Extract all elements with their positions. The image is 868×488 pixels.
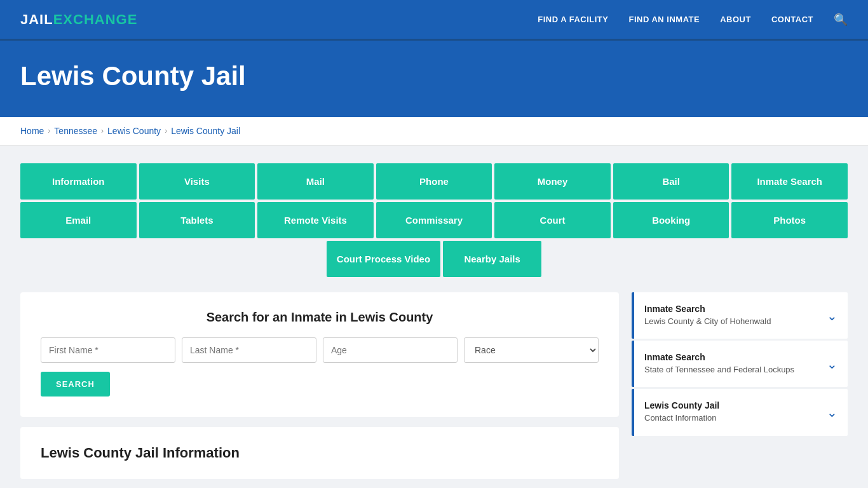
chevron-down-icon-inmate-search-local: ⌄ (827, 308, 837, 323)
breadcrumb-tennessee[interactable]: Tennessee (54, 126, 97, 136)
sidebar-item-inmate-search-local[interactable]: Inmate Search Lewis County & City of Hoh… (632, 292, 848, 339)
grid-btn-row3-1[interactable]: Nearby Jails (443, 241, 541, 277)
last-name-input[interactable] (182, 337, 316, 363)
sidebar-item-text-inmate-search-local: Inmate Search Lewis County & City of Hoh… (644, 304, 771, 327)
grid-btn-row2-3[interactable]: Commissary (376, 202, 492, 238)
first-name-input[interactable] (41, 337, 175, 363)
grid-btn-row2-0[interactable]: Email (20, 202, 137, 238)
grid-btn-row3-0[interactable]: Court Process Video (327, 241, 440, 277)
search-button[interactable]: SEARCH (41, 372, 110, 396)
sidebar-item-text-inmate-search-state: Inmate Search State of Tennessee and Fed… (644, 352, 794, 376)
sidebar-item-title-contact-info: Lewis County Jail (644, 400, 719, 410)
sidebar-item-subtitle-inmate-search-state: State of Tennessee and Federal Lockups (644, 364, 794, 376)
sidebar-item-title-inmate-search-state: Inmate Search (644, 352, 794, 362)
nav-find-facility[interactable]: FIND A FACILITY (538, 15, 608, 24)
right-column: Inmate Search Lewis County & City of Hoh… (632, 292, 848, 438)
left-column: Search for an Inmate in Lewis County Rac… (20, 292, 619, 479)
chevron-down-icon-contact-info: ⌄ (827, 405, 837, 420)
search-title: Search for an Inmate in Lewis County (41, 310, 599, 325)
search-icon[interactable]: 🔍 (834, 13, 848, 27)
nav-about[interactable]: ABOUT (720, 15, 751, 24)
sidebar-item-subtitle-inmate-search-local: Lewis County & City of Hohenwald (644, 316, 771, 327)
grid-btn-row1-4[interactable]: Money (494, 163, 611, 200)
content-layout: Search for an Inmate in Lewis County Rac… (20, 292, 848, 479)
logo-exchange: EXCHANGE (53, 11, 138, 28)
grid-btn-row1-5[interactable]: Bail (613, 163, 729, 200)
search-card: Search for an Inmate in Lewis County Rac… (20, 292, 619, 417)
chevron-down-icon-inmate-search-state: ⌄ (827, 356, 837, 372)
info-title: Lewis County Jail Information (41, 445, 599, 461)
grid-btn-row1-1[interactable]: Visits (139, 163, 255, 200)
info-card: Lewis County Jail Information (20, 427, 619, 479)
sidebar-item-inmate-search-state[interactable]: Inmate Search State of Tennessee and Fed… (632, 341, 848, 387)
breadcrumb: Home › Tennessee › Lewis County › Lewis … (0, 117, 868, 146)
age-input[interactable] (323, 337, 458, 363)
logo-jail: JAIL (20, 11, 53, 28)
sidebar-item-text-contact-info: Lewis County Jail Contact Information (644, 400, 719, 424)
nav-links: FIND A FACILITY FIND AN INMATE ABOUT CON… (538, 13, 848, 27)
grid-row-3: Court Process VideoNearby Jails (20, 241, 848, 277)
race-select[interactable]: RaceWhiteBlackHispanicAsianNative Americ… (464, 337, 599, 363)
grid-btn-row2-4[interactable]: Court (494, 202, 611, 238)
grid-row-1: InformationVisitsMailPhoneMoneyBailInmat… (20, 163, 848, 200)
breadcrumb-home[interactable]: Home (20, 126, 44, 136)
sidebar-item-title-inmate-search-local: Inmate Search (644, 304, 771, 314)
grid-btn-row1-6[interactable]: Inmate Search (731, 163, 848, 200)
main-content: InformationVisitsMailPhoneMoneyBailInmat… (0, 146, 868, 488)
hero-section: Lewis County Jail (0, 41, 868, 117)
grid-btn-row2-5[interactable]: Booking (613, 202, 729, 238)
search-fields: RaceWhiteBlackHispanicAsianNative Americ… (41, 337, 599, 363)
sidebar-item-contact-info[interactable]: Lewis County Jail Contact Information ⌄ (632, 389, 848, 435)
grid-btn-row2-6[interactable]: Photos (731, 202, 848, 238)
grid-btn-row1-2[interactable]: Mail (257, 163, 374, 200)
grid-row-2: EmailTabletsRemote VisitsCommissaryCourt… (20, 202, 848, 238)
grid-btn-row2-2[interactable]: Remote Visits (257, 202, 374, 238)
grid-btn-row1-0[interactable]: Information (20, 163, 137, 200)
grid-btn-row2-1[interactable]: Tablets (139, 202, 255, 238)
breadcrumb-current: Lewis County Jail (171, 126, 240, 136)
site-logo[interactable]: JAILEXCHANGE (20, 11, 137, 28)
nav-find-inmate[interactable]: FIND AN INMATE (628, 15, 700, 24)
nav-contact[interactable]: CONTACT (771, 15, 813, 24)
sidebar-item-subtitle-contact-info: Contact Information (644, 412, 719, 424)
grid-btn-row1-3[interactable]: Phone (376, 163, 492, 200)
page-title: Lewis County Jail (20, 61, 848, 92)
main-nav: JAILEXCHANGE FIND A FACILITY FIND AN INM… (0, 0, 868, 41)
breadcrumb-lewis-county[interactable]: Lewis County (107, 126, 161, 136)
